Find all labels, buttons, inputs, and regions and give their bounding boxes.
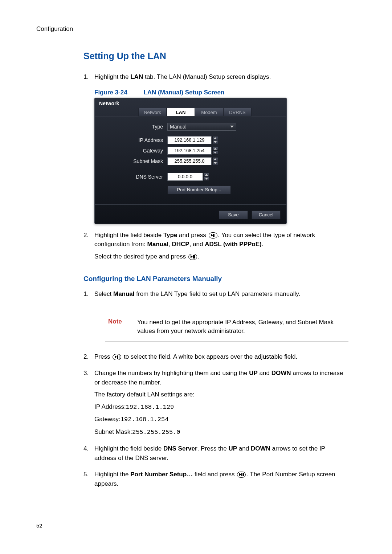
gateway-spinner[interactable] <box>212 147 218 155</box>
figure-caption: Figure 3-24 LAN (Manual) Setup Screen <box>94 89 348 96</box>
label-ip: IP Address <box>95 137 167 143</box>
screenshot-lan-setup: Network Network LAN Modem DVRNS Type Man… <box>94 98 287 224</box>
page-header: Configuration <box>36 25 356 33</box>
label-subnet: Subnet Mask <box>95 158 167 164</box>
step-text: Select the desired type and press . <box>94 252 348 261</box>
step-text: Select Manual from the LAN Type field to… <box>94 289 348 299</box>
tab-dvrns[interactable]: DVRNS <box>223 108 252 117</box>
subsection-title: Configuring the LAN Parameters Manually <box>83 275 348 283</box>
step-text: Change the numbers by highlighting them … <box>94 368 348 387</box>
cancel-button[interactable]: Cancel <box>252 211 281 219</box>
step-number: 4. <box>83 444 94 465</box>
step-text: Highlight the field beside DNS Server. P… <box>94 444 348 463</box>
figure-title: LAN (Manual) Setup Screen <box>143 89 224 96</box>
play-pause-icon <box>237 472 246 478</box>
step-number: 2. <box>83 231 94 264</box>
default-gateway: Gateway:192.168.1.254 <box>94 415 348 424</box>
page-number: 52 <box>36 522 356 529</box>
label-type: Type <box>95 124 167 130</box>
step-number: 1. <box>83 289 94 302</box>
subnet-field[interactable]: 255.255.255.0 <box>167 157 212 165</box>
note-text: You need to get the appropriate IP Addre… <box>137 318 346 336</box>
tab-modem[interactable]: Modem <box>195 108 223 117</box>
tab-network[interactable]: Network <box>138 108 167 117</box>
section-title: Setting Up the LAN <box>83 51 348 61</box>
dns-field[interactable]: 0.0.0.0 <box>167 173 203 181</box>
note-block: Note You need to get the appropriate IP … <box>105 312 348 342</box>
gateway-field[interactable]: 192.168.1.254 <box>167 147 212 155</box>
tab-lan[interactable]: LAN <box>167 108 195 117</box>
play-pause-icon <box>188 254 197 260</box>
play-pause-icon <box>209 232 217 239</box>
step-text: Highlight the Port Number Setup… field a… <box>94 470 348 488</box>
play-pause-icon <box>113 354 121 360</box>
footer: 52 <box>36 520 356 529</box>
save-button[interactable]: Save <box>219 211 248 219</box>
step-number: 3. <box>83 368 94 440</box>
label-dns: DNS Server <box>95 174 167 180</box>
step-number: 2. <box>83 352 94 364</box>
dns-spinner[interactable] <box>204 173 209 181</box>
dialog-title: Network <box>95 98 286 108</box>
figure-number: Figure 3-24 <box>94 89 127 96</box>
label-gateway: Gateway <box>95 148 167 154</box>
ip-spinner[interactable] <box>212 136 218 144</box>
default-ip: IP Address:192.168.1.129 <box>94 402 348 412</box>
port-number-setup-button[interactable]: Port Number Setup... <box>167 186 231 194</box>
type-select[interactable]: Manual <box>167 123 236 131</box>
ip-address-field[interactable]: 192.168.1.129 <box>167 136 212 144</box>
chevron-down-icon <box>230 126 234 128</box>
step-text: Press to select the field. A white box a… <box>94 352 348 362</box>
step-text: Highlight the field beside Type and pres… <box>94 231 348 249</box>
step-text: Highlight the LAN tab. The LAN (Manual) … <box>94 72 348 82</box>
step-number: 5. <box>83 470 94 491</box>
subnet-spinner[interactable] <box>212 157 218 165</box>
step-number: 1. <box>83 72 94 85</box>
step-text: The factory default LAN settings are: <box>94 390 348 399</box>
default-subnet: Subnet Mask:255.255.255.0 <box>94 427 348 437</box>
note-label: Note <box>108 318 137 336</box>
